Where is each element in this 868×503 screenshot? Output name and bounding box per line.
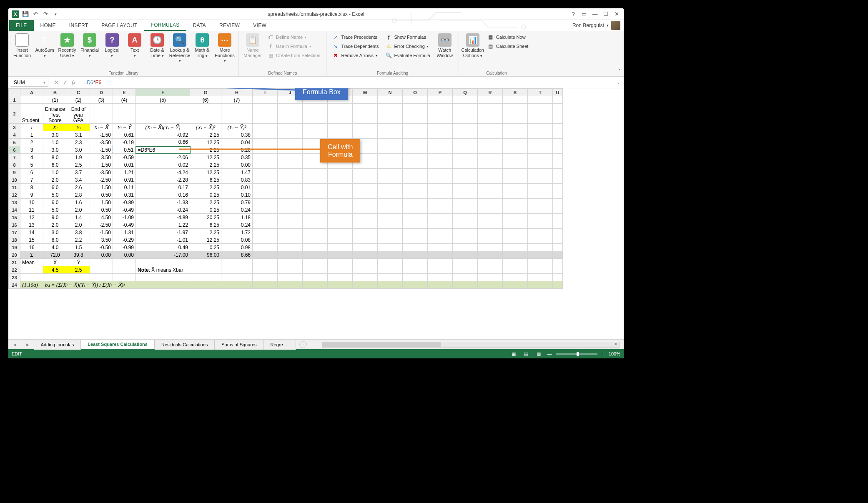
cell[interactable] [353,96,378,104]
sheet-tab[interactable]: Least Squares Calculations [81,340,155,350]
cell[interactable] [353,104,378,124]
column-header[interactable]: D [90,89,113,96]
cell[interactable]: 1.5 [67,244,90,251]
cell[interactable] [190,104,221,124]
cell[interactable]: (4) [113,96,136,104]
cell[interactable] [528,104,553,124]
tab-review[interactable]: REVIEW [213,20,246,31]
cell[interactable]: (1) [43,96,67,104]
cell[interactable] [403,104,428,124]
cell[interactable] [428,199,453,206]
cell[interactable]: 2.3 [67,139,90,146]
cell[interactable] [190,266,221,274]
cell[interactable]: Xᵢ − X̄ [90,124,113,131]
zoom-out-button[interactable]: — [547,351,552,356]
column-header[interactable]: A [20,89,43,96]
cell[interactable] [503,104,528,124]
column-header[interactable]: C [67,89,90,96]
cell[interactable]: -1.97 [136,229,190,236]
cell[interactable] [278,161,303,169]
cell[interactable] [553,236,563,244]
cell[interactable] [378,131,403,139]
cell[interactable] [278,176,303,184]
cell[interactable]: 2.0 [43,176,67,184]
cell[interactable] [278,104,303,124]
cell[interactable] [353,124,378,131]
cell[interactable] [328,206,353,214]
cell[interactable] [378,176,403,184]
calculate-now-button[interactable]: ▦Calculate Now [485,33,531,42]
cell[interactable] [303,124,328,131]
cell[interactable] [378,191,403,199]
cell[interactable]: 5.0 [43,206,67,214]
cell[interactable] [428,221,453,229]
cell[interactable] [253,191,278,199]
name-manager-button[interactable]: 📋Name Manager [242,33,263,59]
cell[interactable] [328,266,353,274]
cell[interactable] [278,184,303,191]
cell[interactable] [503,199,528,206]
trace-dependents-button[interactable]: ↘Trace Dependents [330,42,381,51]
cell[interactable] [253,244,278,251]
cell[interactable] [528,236,553,244]
cell[interactable] [428,104,453,124]
cell[interactable] [553,244,563,251]
cell[interactable] [278,221,303,229]
cell[interactable] [478,274,503,281]
cell[interactable]: 6.0 [43,199,67,206]
cell[interactable] [503,131,528,139]
cell[interactable]: 1.21 [113,169,136,176]
row-header[interactable]: 20 [9,251,20,259]
cell[interactable] [528,251,553,259]
cell[interactable]: 14 [20,229,43,236]
cell[interactable]: 0.11 [113,184,136,191]
cell[interactable]: 1.18 [221,214,253,221]
cell[interactable]: Yᵢ − Ȳ [113,124,136,131]
cell[interactable]: -2.50 [90,176,113,184]
cell[interactable]: (Yᵢ − Ȳ)² [221,124,253,131]
cell[interactable] [278,131,303,139]
cell[interactable] [253,169,278,176]
cell[interactable] [528,191,553,199]
cell[interactable]: -1.33 [136,199,190,206]
cell[interactable]: (Xᵢ − X̄)(Yᵢ − Ȳ) [136,124,190,131]
cell[interactable] [453,251,478,259]
cell[interactable]: 1.31 [113,229,136,236]
cell[interactable] [428,139,453,146]
cell[interactable] [553,251,563,259]
row-header[interactable]: 23 [9,274,20,281]
cell[interactable] [553,131,563,139]
cell[interactable] [20,274,43,281]
cell[interactable]: 0.91 [113,176,136,184]
cell[interactable] [503,139,528,146]
cell[interactable] [136,259,190,266]
cell[interactable] [353,131,378,139]
cell[interactable] [553,184,563,191]
cell[interactable] [453,139,478,146]
cell[interactable] [478,154,503,161]
zoom-in-button[interactable]: + [602,351,604,356]
view-layout-icon[interactable]: ▤ [522,350,530,357]
cell[interactable]: 2.25 [190,131,221,139]
cell[interactable]: 1.0 [43,169,67,176]
cell[interactable] [253,154,278,161]
cell[interactable] [328,176,353,184]
insert-function-button[interactable]: fxInsert Function [12,33,33,59]
cell[interactable] [428,146,453,154]
cell[interactable] [253,259,278,266]
cell[interactable]: 39.8 [67,251,90,259]
cell[interactable] [553,229,563,236]
cell[interactable]: 0.00 [90,251,113,259]
row-header[interactable]: 12 [9,191,20,199]
autosum-button[interactable]: ΣAutoSum▾ [34,33,55,59]
cell[interactable] [453,236,478,244]
cell[interactable] [278,274,303,281]
cell[interactable]: -0.49 [113,221,136,229]
cell[interactable] [353,199,378,206]
cell[interactable]: End of year GPA [67,104,90,124]
cell[interactable] [503,251,528,259]
expand-formula-bar-icon[interactable]: ⌄ [615,80,621,85]
cell[interactable]: 8 [20,184,43,191]
row-header[interactable]: 8 [9,161,20,169]
cell[interactable]: 4 [20,154,43,161]
